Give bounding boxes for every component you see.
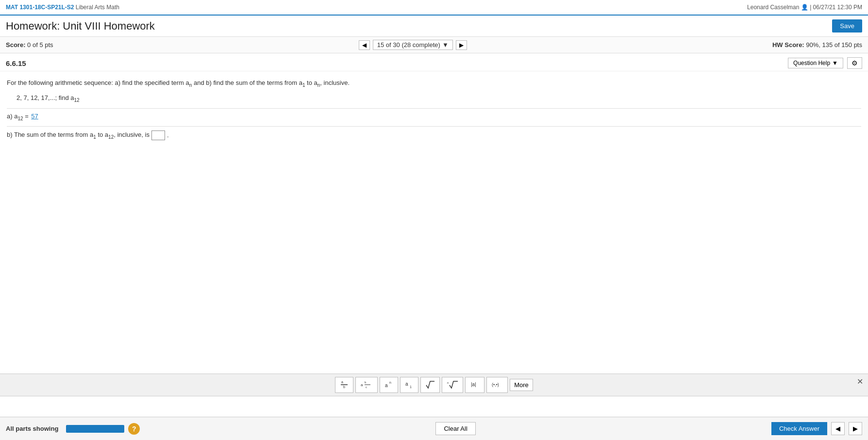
- header-row: Homework: Unit VIII Homework Save: [0, 16, 868, 37]
- question-help-button[interactable]: Question Help ▼: [788, 58, 843, 68]
- question-counter-text: 15 of 30 (28 complete): [377, 41, 440, 49]
- score-display: Score: 0 of 5 pts: [6, 41, 53, 49]
- part-a-answer: 57: [31, 113, 38, 120]
- date-time: 06/27/21 12:30 PM: [813, 4, 862, 11]
- gear-button[interactable]: ⚙: [847, 57, 862, 69]
- question-counter[interactable]: 15 of 30 (28 complete) ▼: [373, 40, 453, 50]
- user-info: Leonard Casselman 👤 | 06/27/21 12:30 PM: [747, 4, 862, 11]
- part-b: b) The sum of the terms from a1 to a12, …: [7, 130, 861, 140]
- dropdown-icon: ▼: [442, 41, 449, 49]
- gear-icon: ⚙: [851, 59, 858, 67]
- chevron-down-icon: ▼: [832, 60, 838, 66]
- question-help-area: Question Help ▼ ⚙: [788, 57, 862, 69]
- score-row: Score: 0 of 5 pts ◀ 15 of 30 (28 complet…: [0, 37, 868, 53]
- prev-question-button[interactable]: ◀: [359, 40, 370, 50]
- course-code: MAT 1301-18C-SP21L-S2: [6, 4, 74, 11]
- top-bar: MAT 1301-18C-SP21L-S2 Liberal Arts Math …: [0, 0, 868, 16]
- question-help-label: Question Help: [793, 60, 830, 66]
- sequence-line: 2, 7, 12, 17,...; find a12: [7, 94, 861, 103]
- score-label: Score:: [6, 41, 25, 49]
- part-b-text: b) The sum of the terms from a1 to a12, …: [7, 131, 150, 140]
- course-info: MAT 1301-18C-SP21L-S2 Liberal Arts Math: [6, 4, 119, 11]
- question-instruction: For the following arithmetic sequence: a…: [7, 78, 861, 89]
- save-button[interactable]: Save: [832, 19, 862, 33]
- part-b-period: .: [167, 131, 169, 139]
- course-name: Liberal Arts Math: [76, 4, 119, 11]
- score-nav: ◀ 15 of 30 (28 complete) ▼ ▶: [359, 40, 467, 50]
- part-a: a) a12 = 57: [7, 113, 861, 121]
- page-title: Homework: Unit VIII Homework: [6, 20, 155, 33]
- next-question-button[interactable]: ▶: [456, 40, 467, 50]
- user-name: Leonard Casselman: [747, 4, 799, 11]
- score-value: 0 of 5 pts: [27, 41, 53, 49]
- question-area: For the following arithmetic sequence: a…: [0, 71, 868, 314]
- part-b-answer-box[interactable]: [151, 130, 165, 140]
- hw-score-display: HW Score: 90%, 135 of 150 pts: [772, 41, 862, 49]
- user-icon: 👤: [801, 4, 810, 11]
- question-number: 6.6.15: [6, 59, 26, 67]
- question-header: 6.6.15 Question Help ▼ ⚙: [0, 53, 868, 71]
- hw-score-value: 90%, 135 of 150 pts: [806, 41, 862, 49]
- hw-score-label: HW Score:: [772, 41, 804, 49]
